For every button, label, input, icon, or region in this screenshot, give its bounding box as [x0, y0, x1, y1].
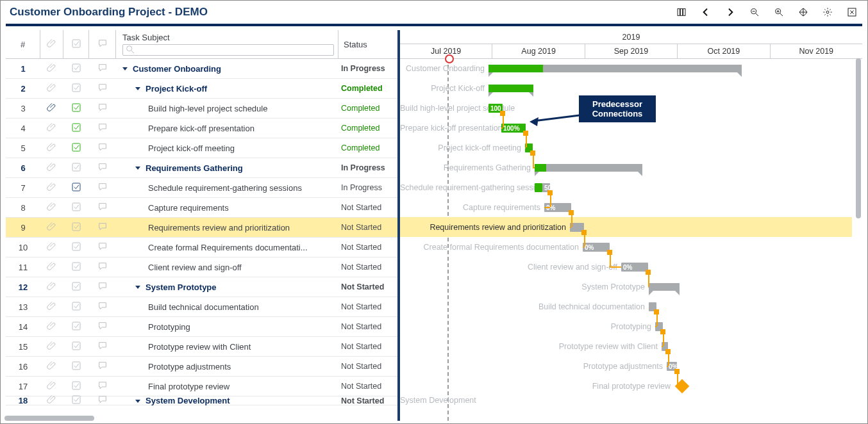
task-row[interactable]: 17Final prototype reviewNot Started: [6, 377, 397, 396]
checkbox-icon[interactable]: [71, 83, 81, 95]
task-subject[interactable]: Final prototype review: [116, 377, 338, 396]
checkbox-icon[interactable]: [71, 241, 81, 254]
col-status[interactable]: Status: [338, 30, 397, 58]
task-row[interactable]: 8Capture requirementsNot Started: [6, 198, 397, 218]
subject-search[interactable]: [122, 44, 334, 56]
comment-icon[interactable]: [97, 301, 108, 313]
checkbox-icon[interactable]: [71, 162, 81, 174]
gantt-row[interactable]: Capture requirements0%: [400, 197, 852, 217]
zoom-in-icon[interactable]: [772, 6, 785, 19]
checkbox-icon[interactable]: [71, 395, 81, 407]
attachment-icon[interactable]: [47, 202, 57, 214]
task-bar-progress[interactable]: [525, 143, 533, 152]
task-row[interactable]: 7Schedule requirement-gathering sessions…: [6, 178, 397, 198]
task-bar[interactable]: [655, 322, 663, 331]
gantt-row[interactable]: Prototype review with Client: [400, 336, 852, 356]
gantt-row[interactable]: Final prototype review: [400, 376, 852, 396]
task-subject[interactable]: System Development: [116, 396, 338, 405]
fullscreen-icon[interactable]: [846, 6, 858, 19]
task-subject[interactable]: System Prototype: [116, 277, 338, 297]
gantt-row[interactable]: Project Kick-off: [400, 78, 852, 98]
col-comments[interactable]: [89, 30, 116, 58]
task-row[interactable]: 13Build technical documentationNot Start…: [6, 297, 397, 317]
task-subject[interactable]: Prototype adjustments: [116, 357, 338, 376]
task-subject[interactable]: Capture requirements: [116, 198, 338, 217]
comment-icon[interactable]: [97, 380, 108, 393]
summary-bar[interactable]: [649, 283, 680, 291]
comment-icon[interactable]: [97, 182, 108, 194]
checkbox-icon[interactable]: [71, 63, 81, 75]
checkbox-icon[interactable]: [71, 182, 81, 194]
gantt-row[interactable]: Requirements Gathering: [400, 158, 852, 177]
back-icon[interactable]: [699, 6, 712, 19]
comment-icon[interactable]: [97, 102, 108, 115]
task-subject[interactable]: Prototype review with Client: [116, 337, 338, 356]
comment-icon[interactable]: [97, 395, 108, 407]
attachment-icon[interactable]: [47, 341, 57, 353]
gantt-row[interactable]: System Development: [400, 396, 852, 405]
chevron-down-icon[interactable]: [134, 85, 142, 92]
attachment-icon[interactable]: [47, 63, 57, 75]
comment-icon[interactable]: [97, 321, 108, 333]
checkbox-icon[interactable]: [71, 261, 81, 273]
task-subject[interactable]: Prepare kick-off presentation: [116, 118, 338, 138]
comment-icon[interactable]: [97, 341, 108, 353]
task-row[interactable]: 11Client review and sign-offNot Started: [6, 257, 397, 277]
gantt-chart[interactable]: Predecessor Connections Customer Onboard…: [400, 58, 852, 421]
settings-icon[interactable]: [821, 6, 834, 19]
gantt-row[interactable]: Prepare kick-off presentation100%: [400, 118, 852, 138]
checkbox-icon[interactable]: [71, 380, 81, 393]
checkbox-icon[interactable]: [71, 341, 81, 353]
attachment-icon[interactable]: [47, 182, 57, 194]
comment-icon[interactable]: [97, 122, 108, 135]
comment-icon[interactable]: [97, 361, 108, 373]
task-row[interactable]: 10Create formal Requirements documentati…: [6, 238, 397, 257]
task-bar-progress[interactable]: 100%: [501, 124, 526, 133]
task-bar[interactable]: [662, 342, 668, 351]
checkbox-icon[interactable]: [71, 122, 81, 135]
task-row[interactable]: 15Prototype review with ClientNot Starte…: [6, 337, 397, 357]
columns-icon[interactable]: [675, 6, 688, 19]
task-bar[interactable]: [649, 302, 656, 311]
task-row[interactable]: 18System DevelopmentNot Started: [6, 396, 397, 405]
task-bar[interactable]: 0%: [583, 243, 610, 252]
comment-icon[interactable]: [97, 241, 108, 254]
task-subject[interactable]: Customer Onboarding: [116, 59, 338, 78]
task-subject[interactable]: Create formal Requirements documentati..…: [116, 238, 338, 257]
checkbox-icon[interactable]: [71, 301, 81, 313]
attachment-icon[interactable]: [47, 281, 57, 293]
task-subject[interactable]: Requirements Gathering: [116, 158, 338, 177]
checkbox-icon[interactable]: [71, 281, 81, 293]
checkbox-icon[interactable]: [71, 142, 81, 154]
task-row[interactable]: 3Build high-level project scheduleComple…: [6, 99, 397, 118]
task-row[interactable]: 6Requirements GatheringIn Progress: [6, 158, 397, 178]
gantt-row[interactable]: Schedule requirement-gathering sessions5…: [400, 177, 852, 197]
comment-icon[interactable]: [97, 162, 108, 174]
milestone-marker[interactable]: [675, 379, 690, 394]
checkbox-icon[interactable]: [71, 361, 81, 373]
task-row[interactable]: 9Requirements review and prioritizationN…: [6, 218, 397, 238]
task-subject[interactable]: Prototyping: [116, 317, 338, 336]
task-bar-progress[interactable]: 100: [488, 104, 503, 113]
summary-bar[interactable]: [488, 85, 533, 92]
col-subject[interactable]: Task Subject: [116, 30, 338, 58]
task-row[interactable]: 14PrototypingNot Started: [6, 317, 397, 337]
attachment-icon[interactable]: [47, 122, 57, 135]
task-subject[interactable]: Schedule requirement-gathering sessions: [116, 178, 338, 197]
attachment-icon[interactable]: [47, 162, 57, 174]
attachment-icon[interactable]: [47, 321, 57, 333]
horizontal-scrollbar[interactable]: [4, 416, 94, 421]
comment-icon[interactable]: [97, 261, 108, 273]
forward-icon[interactable]: [724, 6, 737, 19]
checkbox-icon[interactable]: [71, 202, 81, 214]
checkbox-icon[interactable]: [71, 321, 81, 333]
chevron-down-icon[interactable]: [134, 283, 142, 291]
chevron-down-icon[interactable]: [134, 397, 142, 405]
task-subject[interactable]: Build high-level project schedule: [116, 99, 338, 118]
subject-search-input[interactable]: [135, 45, 331, 55]
task-subject[interactable]: Build technical documentation: [116, 297, 338, 316]
task-subject[interactable]: Project kick-off meeting: [116, 138, 338, 158]
comment-icon[interactable]: [97, 281, 108, 293]
comment-icon[interactable]: [97, 63, 108, 75]
attachment-icon[interactable]: [47, 361, 57, 373]
